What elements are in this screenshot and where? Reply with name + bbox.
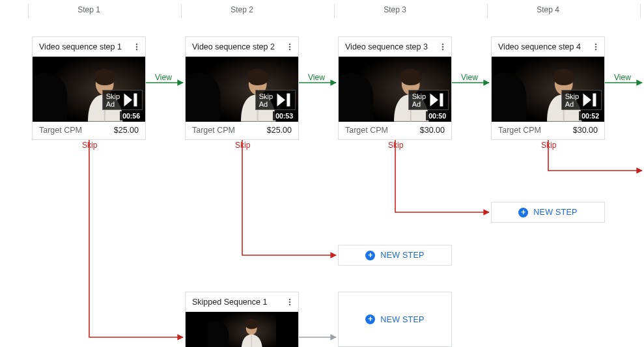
skip-label: Skip: [388, 141, 403, 150]
svg-point-11: [289, 49, 291, 51]
skip-label: Skip: [82, 141, 97, 150]
svg-point-14: [442, 46, 444, 48]
more-icon[interactable]: [131, 41, 143, 53]
target-cpm-value: $30.00: [420, 126, 445, 135]
target-cpm-value: $25.00: [114, 126, 139, 135]
svg-point-19: [595, 49, 597, 51]
target-cpm-value: $30.00: [573, 126, 598, 135]
new-step-label: NEW STEP: [380, 251, 424, 260]
new-step-button[interactable]: + NEW STEP: [338, 245, 452, 266]
svg-point-17: [595, 44, 597, 46]
svg-point-18: [595, 46, 597, 48]
plus-icon: +: [518, 208, 528, 217]
video-duration: 00:50: [426, 111, 449, 120]
skip-ad-badge: Skip Ad: [255, 90, 296, 110]
svg-rect-8: [134, 94, 137, 107]
svg-point-6: [136, 46, 138, 48]
new-step-label: NEW STEP: [533, 208, 577, 217]
more-icon[interactable]: [284, 296, 296, 308]
step-header-1: Step 1: [32, 5, 146, 18]
target-cpm-label: Target CPM: [498, 126, 541, 135]
target-cpm-value: $25.00: [267, 126, 292, 135]
new-step-button[interactable]: + NEW STEP: [491, 202, 605, 223]
skip-ad-badge: Skip Ad: [102, 90, 143, 110]
more-icon[interactable]: [590, 41, 602, 53]
svg-point-21: [289, 299, 291, 301]
step-header-4: Step 4: [491, 5, 605, 18]
svg-point-10: [289, 46, 291, 48]
video-thumbnail[interactable]: Skip Ad 00:56: [33, 57, 145, 122]
video-thumbnail[interactable]: Skip Ad 00:52: [492, 57, 604, 122]
svg-point-23: [289, 304, 291, 306]
skip-label: Skip: [541, 141, 556, 150]
video-thumbnail[interactable]: Skip Ad 00:53: [186, 57, 298, 122]
target-cpm-label: Target CPM: [39, 126, 82, 135]
svg-point-22: [289, 301, 291, 303]
target-cpm-label: Target CPM: [192, 126, 235, 135]
view-label: View: [461, 73, 478, 82]
new-step-label: NEW STEP: [380, 315, 424, 324]
svg-point-9: [289, 44, 291, 46]
step-header-2: Step 2: [185, 5, 299, 18]
svg-point-7: [136, 49, 138, 51]
video-thumbnail[interactable]: Skip Ad 00:50: [339, 57, 451, 122]
video-step-card-3[interactable]: Video sequence step 3 Skip Ad 00:50 Targ…: [338, 36, 452, 140]
video-step-card-4[interactable]: Video sequence step 4 Skip Ad 00:52 Targ…: [491, 36, 605, 140]
video-step-card-2[interactable]: Video sequence step 2 Skip Ad 00:53 Targ…: [185, 36, 299, 140]
svg-point-13: [442, 44, 444, 46]
svg-rect-16: [440, 94, 443, 107]
plus-icon: +: [365, 314, 375, 324]
card-title: Video sequence step 3: [345, 42, 437, 51]
view-label: View: [614, 73, 631, 82]
card-title: Video sequence step 2: [192, 42, 284, 51]
new-step-button[interactable]: + NEW STEP: [338, 292, 452, 347]
skipped-sequence-card[interactable]: Skipped Sequence 1: [185, 292, 299, 347]
skip-ad-badge: Skip Ad: [561, 90, 602, 110]
step-header-3: Step 3: [338, 5, 452, 18]
more-icon[interactable]: [284, 41, 296, 53]
card-title: Video sequence step 1: [39, 42, 131, 51]
video-thumbnail[interactable]: [186, 312, 298, 347]
svg-rect-20: [593, 94, 596, 107]
skip-ad-badge: Skip Ad: [408, 90, 449, 110]
video-duration: 00:53: [273, 111, 296, 120]
card-title: Video sequence step 4: [498, 42, 590, 51]
skip-label: Skip: [235, 141, 250, 150]
video-step-card-1[interactable]: Video sequence step 1 Skip Ad 00:56 Targ…: [32, 36, 146, 140]
svg-rect-12: [287, 94, 290, 107]
video-duration: 00:52: [579, 111, 602, 120]
video-duration: 00:56: [120, 111, 143, 120]
plus-icon: +: [365, 251, 375, 260]
step-headers: Step 1 Step 2 Step 3 Step 4: [0, 0, 644, 23]
svg-point-5: [136, 44, 138, 46]
more-icon[interactable]: [437, 41, 449, 53]
view-label: View: [155, 73, 172, 82]
target-cpm-label: Target CPM: [345, 126, 388, 135]
card-title: Skipped Sequence 1: [192, 298, 284, 307]
view-label: View: [308, 73, 325, 82]
svg-point-15: [442, 49, 444, 51]
